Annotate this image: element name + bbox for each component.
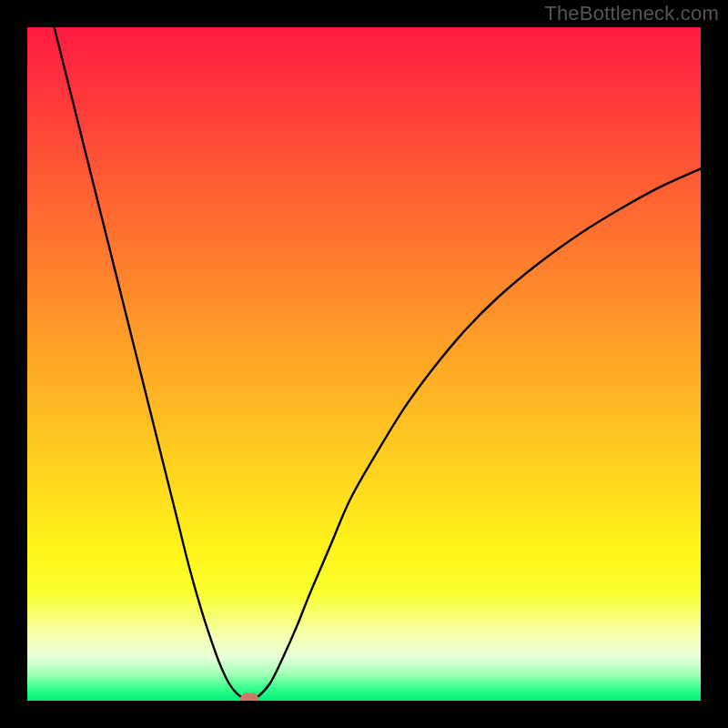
chart-frame: TheBottleneck.com xyxy=(0,0,728,728)
watermark-text: TheBottleneck.com xyxy=(544,2,719,25)
plot-area xyxy=(27,27,701,701)
optimum-marker-icon xyxy=(240,693,258,701)
bottleneck-curve xyxy=(27,27,701,701)
